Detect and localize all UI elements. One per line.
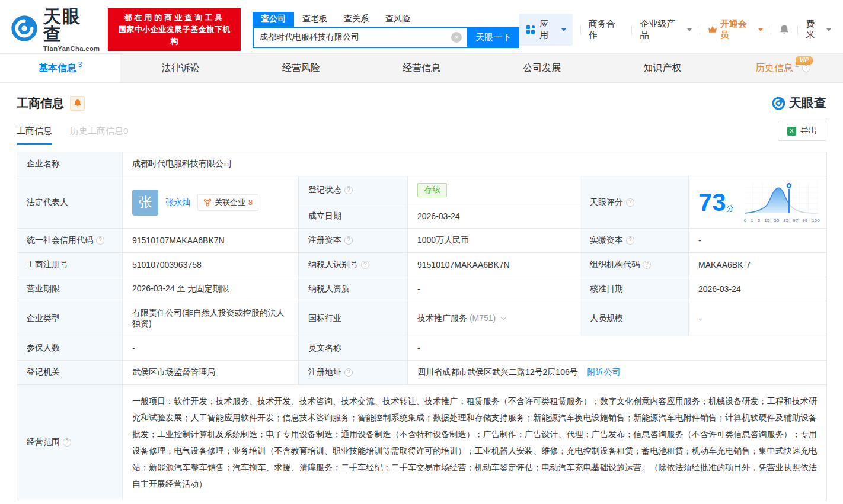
enterprise-products-menu[interactable]: 企业级产品: [640, 18, 691, 41]
search-input[interactable]: [253, 27, 467, 48]
tab-company-development[interactable]: 公司发展: [482, 54, 602, 82]
business-coop-label: 商务合作: [589, 18, 624, 41]
table-row: 经营范围? 一般项目：软件开发；技术服务、技术开发、技术咨询、技术交流、技术转让…: [17, 385, 827, 500]
export-button[interactable]: X 导出: [778, 121, 826, 141]
reg-address-value: 四川省成都市武侯区武兴二路12号2层106号: [417, 367, 578, 377]
reg-authority-value: 武侯区市场监督管理局: [123, 361, 299, 385]
field-label: 企业类型: [17, 301, 123, 336]
divider: [700, 25, 700, 34]
username-label: 费米: [806, 18, 823, 41]
help-icon[interactable]: ?: [626, 236, 634, 245]
field-label: 纳税人识别号?: [299, 253, 408, 277]
section-title: 工商信息: [17, 95, 64, 111]
company-name-value: 成都时代电服科技有限公司: [123, 152, 827, 176]
vip-badge: VIP: [796, 56, 812, 65]
business-coop-link[interactable]: 商务合作: [589, 18, 624, 41]
tab-operation-info-label: 经营信息: [403, 62, 440, 75]
tianyancha-watermark: 天眼查: [772, 95, 826, 111]
promo-line2: 国家中小企业发展子基金旗下机构: [114, 24, 234, 47]
search-tab-risk[interactable]: 查风险: [377, 12, 419, 27]
help-icon[interactable]: ?: [96, 236, 104, 245]
search-tabs: 查公司 查老板 查关系 查风险: [253, 12, 519, 27]
table-row: 企业类型 有限责任公司(非自然人投资或控股的法人独资) 国标行业 技术推广服务 …: [17, 301, 827, 336]
table-row: 工商注册号 510107003963758 纳税人识别号? 91510107MA…: [17, 253, 827, 277]
divider: [580, 25, 581, 34]
help-icon[interactable]: ?: [643, 261, 651, 269]
help-icon[interactable]: ?: [63, 438, 71, 447]
table-row: 统一社会信用代码? 91510107MAKAA6BK7N 注册资本? 1000万…: [17, 229, 827, 253]
excel-icon: X: [787, 127, 796, 136]
credit-code-value: 91510107MAKAA6BK7N: [123, 229, 299, 253]
apps-grid-icon: [526, 25, 535, 34]
industry-cell: 技术推广服务 (M751): [408, 301, 580, 336]
field-label: 纳税人资质: [299, 277, 408, 301]
field-label: 注册资本?: [299, 229, 408, 253]
promo-banner: 都在用的商业查询工具 国家中小企业发展子基金旗下机构: [108, 8, 241, 51]
help-icon[interactable]: ?: [361, 261, 369, 269]
clear-input-icon[interactable]: ×: [451, 32, 462, 43]
help-icon[interactable]: ?: [626, 198, 634, 207]
legal-rep-avatar[interactable]: 张: [132, 190, 158, 216]
apps-menu-label: 应用: [539, 18, 557, 41]
field-label: 成立日期: [299, 204, 408, 229]
field-label: 营业期限: [17, 277, 123, 301]
field-label: 天眼评分?: [580, 176, 689, 229]
subtab-history-business-info[interactable]: 历史工商信息0: [70, 126, 128, 145]
search-tab-relation[interactable]: 查关系: [336, 12, 377, 27]
caret-down-icon: [561, 28, 566, 34]
open-vip-menu[interactable]: 开通会员: [708, 18, 763, 41]
tab-operation-risk[interactable]: 经营风险: [241, 54, 361, 82]
tab-intellectual-property-label: 知识产权: [643, 62, 681, 75]
help-icon[interactable]: ?: [344, 186, 353, 194]
subtab-row: 工商信息 历史工商信息0 X 导出: [0, 111, 843, 145]
divider: [797, 25, 798, 34]
promo-line1: 都在用的商业查询工具: [114, 12, 234, 24]
tab-intellectual-property[interactable]: 知识产权: [602, 54, 723, 82]
reg-address-cell: 四川省成都市武侯区武兴二路12号2层106号 附近公司: [408, 361, 827, 385]
field-label: 注册地址?: [299, 361, 408, 385]
table-row: 登记机关 武侯区市场监督管理局 注册地址? 四川省成都市武侯区武兴二路12号2层…: [17, 361, 827, 385]
status-badge: 存续: [417, 183, 447, 197]
chart-x-axis: 0131550859799100: [743, 218, 820, 223]
divider: [771, 25, 771, 34]
subscribe-bell-button[interactable]: [70, 96, 85, 111]
open-vip-label: 开通会员: [720, 18, 755, 41]
crown-icon: [708, 25, 717, 34]
help-icon[interactable]: ?: [344, 368, 353, 377]
tianyancha-logo[interactable]: 天眼查 TianYanCha.com: [11, 8, 100, 52]
english-name-value: -: [408, 336, 827, 361]
subtab-business-info[interactable]: 工商信息: [17, 126, 52, 145]
chevron-down-icon[interactable]: [501, 314, 507, 320]
search-tab-company[interactable]: 查公司: [253, 12, 294, 27]
tab-basic-info-label: 基本信息: [39, 62, 76, 75]
company-nav-tabs: 基本信息 3 法律诉讼 经营风险 经营信息 公司发展 知识产权 历史信息 2 ?…: [0, 53, 843, 83]
table-row: 法定代表人 张 张永灿 关联企业 8 登记状态? 存续 天眼评分?: [17, 176, 827, 204]
nearby-companies-link[interactable]: 附近公司: [587, 367, 621, 377]
export-button-label: 导出: [800, 126, 817, 136]
tab-history-info[interactable]: 历史信息 2 ? VIP: [723, 54, 843, 82]
legal-rep-name-link[interactable]: 张永灿: [165, 197, 190, 208]
apps-menu[interactable]: 应用: [519, 14, 573, 46]
tab-legal-litigation[interactable]: 法律诉讼: [120, 54, 241, 82]
field-label: 人员规模: [580, 301, 689, 336]
related-companies-badge[interactable]: 关联企业 8: [197, 194, 258, 211]
watermark-text: 天眼查: [789, 95, 826, 111]
company-type-value: 有限责任公司(非自然人投资或控股的法人独资): [123, 301, 299, 336]
tab-operation-info[interactable]: 经营信息: [361, 54, 481, 82]
org-code-value: MAKAA6BK-7: [689, 253, 827, 277]
industry-value: 技术推广服务: [417, 313, 467, 323]
search-button[interactable]: 天眼一下: [467, 27, 519, 48]
tab-basic-info[interactable]: 基本信息 3: [0, 54, 120, 82]
table-row: 企业名称 成都时代电服科技有限公司: [17, 152, 827, 176]
tianyancha-logo-icon: [11, 15, 38, 44]
help-icon[interactable]: ?: [344, 236, 353, 245]
business-scope-value: 一般项目：软件开发；技术服务、技术开发、技术咨询、技术交流、技术转让、技术推广；…: [132, 391, 817, 493]
field-label: 登记状态?: [299, 176, 408, 204]
legal-rep-cell: 张 张永灿 关联企业 8: [123, 176, 299, 229]
user-account-menu[interactable]: 费米: [806, 18, 831, 41]
notifications-button[interactable]: [779, 24, 790, 35]
divider: [631, 25, 632, 34]
field-label: 经营范围?: [17, 385, 123, 500]
help-icon[interactable]: ?: [802, 64, 810, 72]
search-tab-boss[interactable]: 查老板: [294, 12, 336, 27]
